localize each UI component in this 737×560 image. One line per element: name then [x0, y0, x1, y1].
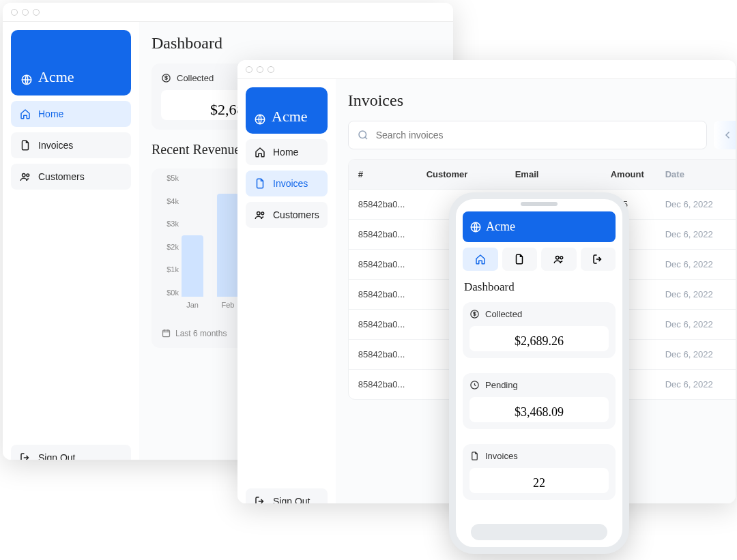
nav-label: Sign Out [38, 452, 75, 460]
home-icon [254, 146, 266, 158]
search-icon [357, 129, 369, 141]
nav-invoices[interactable]: Invoices [11, 132, 131, 158]
clock-icon [469, 380, 480, 390]
nav-label: Invoices [273, 178, 308, 189]
users-icon [19, 171, 31, 183]
card-label: Collected [485, 309, 522, 319]
cell-num: 85842ba0... [358, 379, 427, 389]
cell-num: 85842ba0... [358, 259, 427, 269]
tab-home[interactable] [463, 248, 498, 271]
document-icon [19, 139, 31, 151]
globe-icon [254, 113, 266, 126]
brand-name: Acme [38, 68, 74, 86]
cell-date: Dec 6, 2022 [665, 289, 736, 299]
brand-logo: Acme [246, 87, 328, 134]
nav-label: Home [273, 147, 298, 158]
home-icon [19, 108, 31, 120]
card-label: Collected [177, 73, 214, 83]
col-date: Date [665, 169, 736, 179]
card-pending: Pending $3,468.09 [463, 373, 616, 429]
chart-bar [182, 235, 203, 297]
card-invoices-count: Invoices 22 [463, 444, 616, 500]
nav-signout[interactable]: Sign Out [246, 488, 328, 503]
dollar-icon [469, 309, 480, 319]
traffic-light-dot[interactable] [268, 66, 274, 73]
cell-num: 85842ba0... [358, 229, 427, 239]
nav-home[interactable]: Home [246, 139, 328, 165]
col-customer: Customer [427, 169, 515, 179]
cell-num: 85842ba0... [358, 289, 427, 299]
dollar-icon [161, 73, 171, 83]
card-label: Pending [485, 380, 518, 390]
traffic-light-dot[interactable] [11, 9, 18, 16]
col-amount: Amount [611, 169, 665, 179]
tab-invoices[interactable] [502, 248, 538, 271]
home-icon [474, 253, 487, 265]
calendar-icon [161, 328, 171, 338]
traffic-light-dot[interactable] [33, 9, 40, 16]
nav-invoices[interactable]: Invoices [246, 171, 328, 196]
brand-name: Acme [486, 220, 515, 234]
users-icon [553, 253, 565, 265]
page-title: Dashboard [151, 34, 441, 53]
signout-icon [254, 495, 266, 503]
nav-label: Invoices [38, 140, 73, 151]
cell-date: Dec 6, 2022 [665, 349, 736, 359]
cell-num: 85842ba0... [358, 349, 427, 359]
nav-home[interactable]: Home [11, 101, 131, 127]
nav-label: Sign Out [273, 496, 310, 503]
search-box[interactable] [348, 121, 707, 149]
nav-label: Customers [38, 171, 85, 182]
brand-logo: Acme [463, 211, 616, 242]
pager-prev-button[interactable] [714, 121, 736, 149]
table-header: # Customer Email Amount Date [349, 160, 736, 189]
cell-num: 85842ba0... [358, 199, 427, 209]
nav-customers[interactable]: Customers [11, 164, 131, 190]
card-value: $3,468.09 [469, 397, 609, 422]
window-chrome [237, 60, 736, 79]
document-icon [254, 177, 266, 190]
traffic-light-dot[interactable] [257, 66, 263, 73]
globe-icon [20, 74, 33, 86]
brand-logo: Acme [11, 30, 131, 95]
cell-date: Dec 6, 2022 [665, 379, 736, 389]
nav-customers[interactable]: Customers [246, 202, 328, 228]
signout-icon [19, 452, 31, 460]
tab-signout[interactable] [581, 248, 616, 271]
col-email: Email [515, 169, 611, 179]
cell-num: 85842ba0... [358, 319, 427, 329]
card-value: 22 [469, 468, 609, 493]
chart-y-axis: $5k $4k $3k $2k $1k $0k [161, 174, 179, 297]
window-chrome [3, 3, 453, 22]
users-icon [254, 209, 266, 221]
nav-signout[interactable]: Sign Out [11, 445, 131, 460]
arrow-left-icon [722, 129, 734, 141]
cell-date: Dec 6, 2022 [665, 259, 736, 269]
card-label: Invoices [485, 451, 518, 461]
phone-mock: Acme Dashboard Collected $2,689.26 Pendi… [449, 192, 629, 554]
traffic-light-dot[interactable] [22, 9, 29, 16]
globe-icon [469, 221, 482, 233]
chart-bar [217, 194, 239, 297]
signout-icon [592, 253, 604, 265]
traffic-light-dot[interactable] [246, 66, 252, 73]
phone-notch [521, 202, 558, 206]
tab-customers[interactable] [541, 248, 577, 271]
col-num: # [358, 169, 427, 179]
page-title: Dashboard [464, 280, 614, 294]
mobile-tabs [463, 248, 616, 271]
search-input[interactable] [376, 130, 698, 141]
cell-date: Dec 6, 2022 [665, 229, 736, 239]
sidebar: Acme Home Invoices Customers Sign Out [3, 22, 139, 460]
document-icon [513, 253, 525, 265]
cell-date: Dec 6, 2022 [665, 319, 736, 329]
cell-date: Dec 6, 2022 [665, 199, 736, 209]
card-collected: Collected $2,689.26 [463, 302, 616, 358]
sidebar: Acme Home Invoices Customers Sign Out [237, 79, 336, 503]
document-icon [469, 451, 480, 461]
phone-home-bar [471, 524, 607, 540]
page-title: Invoices [348, 91, 736, 110]
nav-label: Customers [273, 209, 319, 220]
card-value: $2,689.26 [469, 326, 609, 351]
nav-label: Home [38, 108, 63, 119]
